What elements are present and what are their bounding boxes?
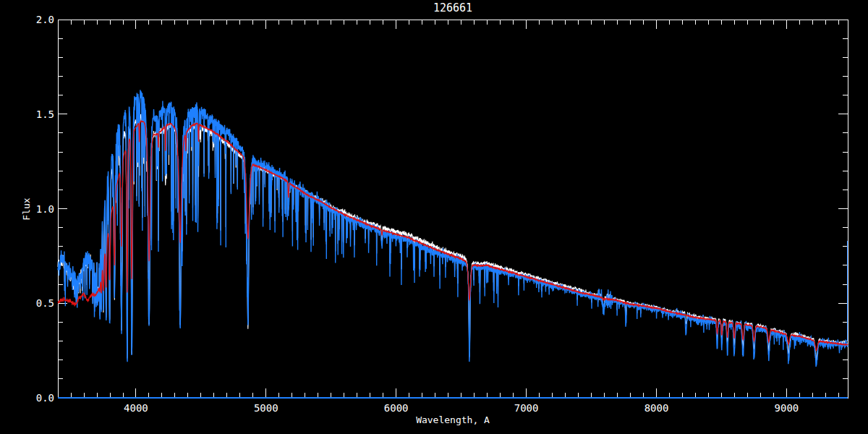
comparison-spectrum-line xyxy=(58,90,848,367)
plot-frame xyxy=(58,20,848,398)
y-tick-label: 0.0 xyxy=(36,392,54,404)
x-tick-label: 7000 xyxy=(514,402,539,414)
spectrum-chart: 4000500060007000800090000.00.51.01.52.0 … xyxy=(0,0,868,434)
x-tick-label: 8000 xyxy=(644,402,669,414)
x-tick-label: 9000 xyxy=(775,402,799,414)
spectrum-plot-window: 4000500060007000800090000.00.51.01.52.0 … xyxy=(0,0,868,434)
spectra-series xyxy=(58,90,848,398)
y-tick-label: 1.5 xyxy=(36,109,54,120)
axes: 4000500060007000800090000.00.51.01.52.0 xyxy=(36,14,848,414)
x-tick-label: 6000 xyxy=(384,402,409,414)
y-tick-label: 1.0 xyxy=(36,203,54,215)
x-axis-label: Wavelength, A xyxy=(416,414,490,425)
x-tick-label: 4000 xyxy=(124,402,148,414)
y-tick-label: 0.5 xyxy=(36,297,54,309)
x-tick-label: 5000 xyxy=(254,402,278,414)
y-axis-label: Flux xyxy=(21,197,32,220)
axis-text: 126661 Wavelength, A Flux xyxy=(21,1,490,425)
chart-title: 126661 xyxy=(433,1,472,14)
y-tick-label: 2.0 xyxy=(36,14,54,25)
